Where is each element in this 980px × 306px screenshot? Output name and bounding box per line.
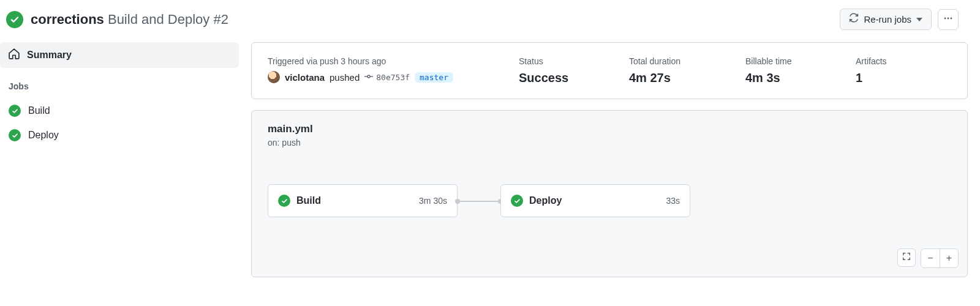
- zoom-in-button[interactable]: +: [940, 249, 958, 267]
- billable-value[interactable]: 4m 3s: [745, 71, 831, 85]
- trigger-line: viclotana pushed 80e753f master: [268, 71, 494, 83]
- job-name: Build: [296, 195, 321, 206]
- workflow-on-line: on: push: [268, 138, 951, 147]
- svg-point-2: [951, 18, 952, 20]
- fullscreen-icon: [902, 252, 911, 263]
- summary-col-artifacts: Artifacts 1: [856, 56, 951, 85]
- summary-card: Triggered via push 3 hours ago viclotana…: [251, 42, 968, 99]
- triangle-down-icon: [916, 13, 922, 26]
- job-duration: 3m 30s: [419, 196, 447, 206]
- job-name: Deploy: [529, 195, 562, 206]
- kebab-icon: [943, 13, 953, 25]
- sidebar-summary-label: Summary: [27, 50, 72, 61]
- summary-col-duration: Total duration 4m 27s: [629, 56, 721, 85]
- git-commit-icon: [364, 72, 373, 83]
- billable-label: Billable time: [745, 56, 831, 66]
- run-title-rest: Build and Deploy #2: [108, 12, 228, 27]
- job-card-build[interactable]: Build 3m 30s: [268, 184, 458, 217]
- status-value: Success: [519, 71, 605, 85]
- summary-col-billable: Billable time 4m 3s: [745, 56, 831, 85]
- home-icon: [9, 48, 20, 62]
- run-header: corrections Build and Deploy #2 Re-run j…: [0, 0, 980, 42]
- artifacts-label: Artifacts: [856, 56, 951, 66]
- sidebar-item-summary[interactable]: Summary: [0, 42, 239, 68]
- pushed-word: pushed: [330, 72, 360, 83]
- zoom-group: − +: [921, 248, 959, 268]
- check-circle-icon: [278, 195, 290, 207]
- sidebar-job-deploy[interactable]: Deploy: [0, 123, 251, 147]
- check-circle-icon: [9, 129, 21, 141]
- duration-value[interactable]: 4m 27s: [629, 71, 721, 85]
- sidebar-job-label: Deploy: [28, 130, 59, 141]
- run-title-bold: corrections: [31, 12, 104, 27]
- sidebar-job-label: Build: [28, 105, 50, 116]
- more-actions-button[interactable]: [938, 9, 959, 30]
- layout: Summary Jobs Build Deploy Triggered via …: [0, 42, 980, 277]
- sync-icon: [849, 13, 859, 26]
- sidebar: Summary Jobs Build Deploy: [0, 42, 251, 147]
- branch-badge[interactable]: master: [415, 72, 453, 83]
- workflow-graph-body[interactable]: Build 3m 30s Deploy 33s: [268, 184, 951, 221]
- status-label: Status: [519, 56, 605, 66]
- summary-col-trigger: Triggered via push 3 hours ago viclotana…: [268, 56, 494, 85]
- fullscreen-button[interactable]: [897, 248, 916, 267]
- zoom-out-button[interactable]: −: [921, 249, 940, 267]
- commit-sha-text: 80e753f: [376, 73, 410, 82]
- svg-point-0: [944, 18, 946, 20]
- workflow-graph-header: main.yml on: push: [252, 111, 967, 147]
- summary-col-status: Status Success: [519, 56, 605, 85]
- svg-point-1: [948, 18, 949, 20]
- minus-icon: −: [927, 253, 933, 264]
- artifacts-value[interactable]: 1: [856, 71, 951, 85]
- rerun-jobs-button[interactable]: Re-run jobs: [840, 9, 932, 30]
- rerun-jobs-label: Re-run jobs: [864, 13, 911, 26]
- trigger-label: Triggered via push 3 hours ago: [268, 56, 494, 66]
- workflow-graph-panel: main.yml on: push Build 3m 30s: [251, 110, 968, 277]
- run-title: corrections Build and Deploy #2: [31, 12, 228, 28]
- commit-link[interactable]: 80e753f: [364, 72, 410, 83]
- job-duration: 33s: [666, 196, 680, 206]
- avatar[interactable]: [268, 71, 280, 83]
- run-header-left: corrections Build and Deploy #2: [6, 11, 228, 28]
- duration-label: Total duration: [629, 56, 721, 66]
- check-circle-icon: [9, 105, 21, 117]
- graph-controls: − +: [897, 248, 959, 268]
- sidebar-jobs-heading: Jobs: [0, 78, 251, 99]
- run-header-right: Re-run jobs: [840, 9, 974, 30]
- job-connector: [458, 201, 500, 202]
- workflow-file-name[interactable]: main.yml: [268, 123, 951, 135]
- main: Triggered via push 3 hours ago viclotana…: [251, 42, 980, 277]
- check-circle-icon: [6, 11, 23, 28]
- plus-icon: +: [946, 253, 952, 264]
- svg-point-3: [368, 75, 370, 77]
- sidebar-job-build[interactable]: Build: [0, 99, 251, 123]
- check-circle-icon: [511, 195, 523, 207]
- job-card-deploy[interactable]: Deploy 33s: [500, 184, 690, 217]
- actor-link[interactable]: viclotana: [285, 72, 325, 83]
